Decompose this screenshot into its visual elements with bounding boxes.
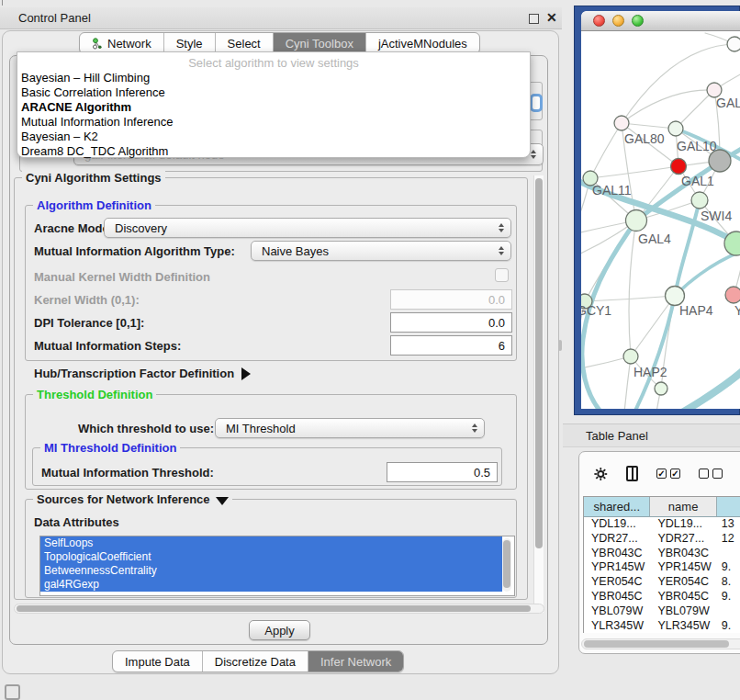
table-row[interactable]: YBL079WYBL079W — [584, 604, 740, 619]
minimize-window-icon[interactable] — [612, 15, 624, 27]
network-graph: GALGAL80GAL10GAL1GAL11SWI4GAL4GCY1HAP4YH… — [581, 31, 740, 409]
table-row[interactable]: YER054CYER054C8. — [584, 575, 740, 590]
gear-icon[interactable] — [594, 465, 608, 483]
network-edge[interactable] — [629, 220, 636, 356]
close-panel-icon[interactable]: ✕ — [546, 13, 557, 23]
table-cell: YDR27... — [650, 532, 716, 547]
settings-vertical-scrollbar[interactable] — [533, 175, 544, 613]
select-all-icon[interactable]: ✓✓ — [656, 469, 680, 479]
hub-definition-toggle[interactable]: Hub/Transcription Factor Definition — [34, 367, 251, 380]
settings-horizontal-scrollbar[interactable] — [14, 604, 544, 614]
table-row[interactable]: YDL19...YDL19...13 — [584, 517, 740, 532]
which-threshold-combo[interactable]: MI Threshold — [215, 418, 485, 438]
table-row[interactable]: YLR345WYLR345W9. — [584, 619, 740, 633]
algorithm-option[interactable]: Dream8 DC_TDC Algorithm — [17, 144, 530, 159]
mi-threshold-field[interactable]: 0.5 — [387, 462, 498, 482]
table-row[interactable]: YDR27...YDR27...12 — [584, 532, 740, 547]
algorithm-combo-focus-ring[interactable] — [530, 94, 543, 112]
table-panel-titlebar: Table Panel — [563, 423, 740, 447]
network-edge[interactable] — [682, 369, 740, 409]
deselect-all-icon[interactable] — [699, 469, 723, 479]
table-toolbar: ✓✓ — [579, 452, 740, 495]
application-window: Control Panel ✕ NetworkStyleSelectCyni T… — [0, 0, 740, 700]
network-canvas[interactable]: GALGAL80GAL10GAL1GAL11SWI4GAL4GCY1HAP4YH… — [581, 31, 740, 409]
network-node-gal1[interactable] — [671, 159, 687, 175]
tab-label: Select — [228, 37, 261, 51]
manual-kernel-checkbox[interactable] — [495, 268, 509, 282]
algorithm-option[interactable]: Bayesian – K2 — [17, 130, 530, 144]
network-node-gal10[interactable] — [668, 121, 683, 136]
network-edge[interactable] — [590, 166, 678, 178]
network-window-titlebar[interactable] — [581, 11, 740, 31]
network-edge[interactable] — [590, 123, 622, 178]
column-header[interactable] — [717, 497, 740, 517]
data-attributes-list[interactable]: SelfLoopsTopologicalCoefficientBetweenne… — [39, 536, 515, 596]
network-node-gal80[interactable] — [614, 116, 629, 130]
algorithm-option[interactable]: ARACNE Algorithm — [17, 100, 530, 115]
mi-threshold-value: 0.5 — [474, 466, 490, 480]
algorithm-option[interactable]: Basic Correlation Inference — [17, 85, 530, 100]
attribute-item[interactable]: SelfLoops — [40, 536, 502, 550]
column-header[interactable]: shared... — [584, 497, 650, 517]
tab-jactivemnodules[interactable]: jActiveMNodules — [366, 33, 479, 53]
aracne-mode-label: Aracne Mode: — [34, 221, 113, 235]
zoom-window-icon[interactable] — [632, 15, 644, 27]
minimized-panel-icon[interactable] — [5, 684, 20, 700]
tab-select[interactable]: Select — [216, 33, 274, 53]
network-node-swi4[interactable] — [691, 192, 708, 209]
table-horizontal-scrollbar[interactable] — [581, 638, 740, 649]
network-edge[interactable] — [676, 90, 714, 129]
node-label: Y — [734, 303, 740, 318]
mi-steps-field[interactable]: 6 — [390, 335, 512, 356]
close-window-icon[interactable] — [593, 15, 605, 27]
dpi-tolerance-field[interactable]: 0.0 — [390, 312, 512, 333]
network-edge[interactable] — [622, 123, 676, 129]
control-panel-title: Control Panel — [18, 11, 91, 25]
sources-title: Sources for Network Inference — [33, 492, 232, 506]
network-window[interactable]: GALGAL80GAL10GAL1GAL11SWI4GAL4GCY1HAP4YH… — [574, 6, 740, 415]
float-panel-icon[interactable] — [529, 14, 539, 24]
table-panel-body: ✓✓ shared...name YDL19...YDL19...13YDR27… — [578, 451, 740, 654]
tab-network[interactable]: Network — [80, 33, 164, 53]
network-edge[interactable] — [585, 296, 675, 301]
network-node-y[interactable] — [725, 287, 740, 303]
tab-style[interactable]: Style — [164, 33, 216, 53]
attribute-item[interactable]: gal4RGexp — [40, 578, 502, 592]
table-row[interactable]: YBR043CYBR043C — [584, 547, 740, 561]
node-label: GAL — [716, 96, 740, 110]
table-panel-title: Table Panel — [586, 429, 648, 443]
table-row[interactable]: YPR145WYPR145W9. — [584, 560, 740, 575]
table-cell: YDR27... — [584, 532, 650, 547]
attribute-item[interactable]: TopologicalCoefficient — [40, 550, 502, 564]
list-scrollbar[interactable] — [502, 538, 511, 592]
table-cell: YDL19... — [584, 517, 650, 532]
algorithm-option[interactable]: Mutual Information Inference — [17, 115, 530, 130]
column-visibility-icon[interactable] — [626, 466, 638, 481]
tab-infer-network[interactable]: Infer Network — [308, 651, 403, 672]
node-label: GAL4 — [638, 231, 671, 246]
network-node-hap2[interactable] — [623, 349, 638, 364]
network-node-gal4[interactable] — [626, 210, 647, 231]
tab-label: Style — [176, 37, 203, 51]
network-icon — [92, 38, 103, 50]
tab-impute-data[interactable]: Impute Data — [113, 651, 203, 672]
table-row[interactable]: YBR045CYBR045C9. — [584, 590, 740, 604]
kernel-width-field[interactable]: 0.0 — [390, 289, 512, 310]
algorithm-option[interactable]: Bayesian – Hill Climbing — [17, 71, 530, 85]
network-node[interactable] — [655, 382, 667, 395]
combo-arrows-icon — [499, 223, 504, 232]
network-node[interactable] — [727, 37, 740, 51]
aracne-mode-combo[interactable]: Discovery — [104, 218, 511, 238]
table-cell: YLR345W — [584, 619, 650, 633]
cyni-settings-title: Cyni Algorithm Settings — [22, 171, 165, 185]
mi-type-combo[interactable]: Naive Bayes — [251, 241, 511, 261]
network-node[interactable] — [709, 150, 731, 172]
network-edge[interactable] — [622, 90, 714, 123]
column-header[interactable]: name — [650, 497, 716, 517]
attribute-item[interactable]: BetweennessCentrality — [40, 564, 502, 578]
mi-type-label: Mutual Information Algorithm Type: — [34, 244, 235, 258]
splitter-handle[interactable] — [558, 340, 562, 351]
tab-discretize-data[interactable]: Discretize Data — [203, 651, 308, 672]
tab-cyni-toolbox[interactable]: Cyni Toolbox — [274, 33, 366, 53]
apply-button[interactable]: Apply — [249, 620, 310, 640]
